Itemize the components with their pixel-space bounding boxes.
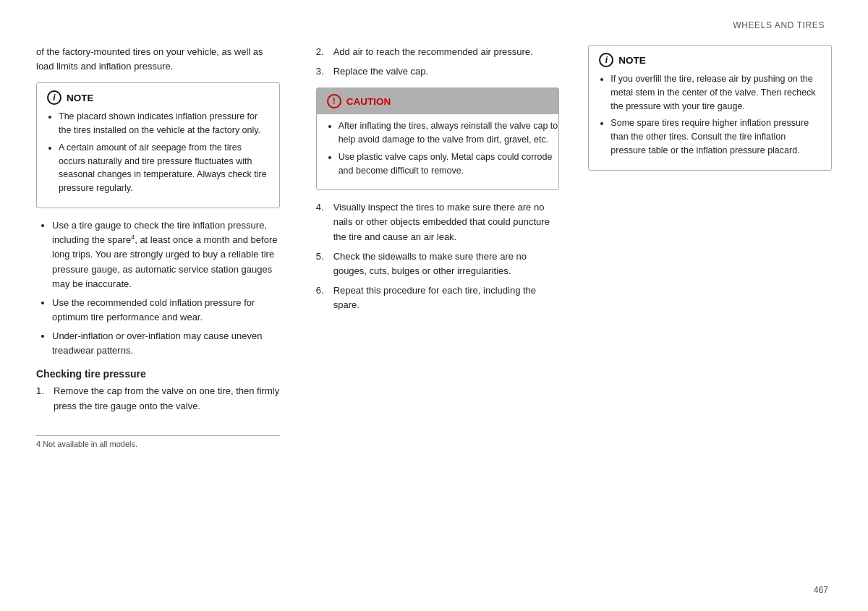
left-note-label: NOTE (67, 93, 94, 103)
step-text: Remove the cap from the valve on one tir… (54, 384, 280, 413)
info-icon-right: i (599, 53, 613, 67)
step-number: 3. (316, 64, 328, 79)
bullet-text-1a: Use a tire gauge to check the tire infla… (52, 220, 277, 289)
list-item: Some spare tires require higher inflatio… (610, 116, 821, 157)
step-number: 1. (36, 384, 48, 413)
list-item: 5. Check the sidewalls to make sure ther… (316, 249, 560, 278)
step-list-2-3: 2. Add air to reach the recommended air … (316, 45, 560, 79)
list-item: Use a tire gauge to check the tire infla… (52, 218, 280, 291)
step-list-4-6: 4. Visually inspect the tires to make su… (316, 200, 560, 312)
section-heading: Checking tire pressure (36, 368, 280, 380)
page-header: WHEELS AND TIRES (0, 0, 868, 38)
caution-label: CAUTION (346, 96, 391, 107)
right-note-header: i NOTE (599, 53, 821, 67)
section-title: WHEELS AND TIRES (733, 20, 825, 30)
list-item: 2. Add air to reach the recommended air … (316, 45, 560, 59)
right-note-label: NOTE (618, 55, 646, 66)
caution-box: ! CAUTION After inflating the tires, alw… (316, 87, 560, 190)
caution-list: After inflating the tires, always reinst… (317, 119, 559, 177)
list-item: 4. Visually inspect the tires to make su… (316, 200, 560, 244)
step-number: 5. (316, 249, 328, 278)
list-item: Under-inflation or over-inflation may ca… (52, 329, 280, 358)
step-text: Add air to reach the recommended air pre… (333, 45, 533, 59)
page: WHEELS AND TIRES of the factory-mounted … (0, 0, 868, 611)
list-item: 1. Remove the cap from the valve on one … (36, 384, 280, 413)
intro-text: of the factory-mounted tires on your veh… (36, 45, 280, 74)
left-bullet-list: Use a tire gauge to check the tire infla… (36, 218, 280, 359)
right-note-box: i NOTE If you overfill the tire, release… (588, 45, 832, 171)
left-note-header: i NOTE (47, 90, 269, 105)
footnote-area: 4 Not available in all models. (36, 435, 280, 448)
page-number: 467 (814, 585, 828, 595)
step-text: Repeat this procedure for each tire, inc… (333, 283, 560, 312)
right-column: i NOTE If you overfill the tire, release… (574, 38, 839, 448)
right-note-list: If you overfill the tire, release air by… (599, 72, 821, 158)
left-column: of the factory-mounted tires on your veh… (29, 38, 302, 448)
step-text: Replace the valve cap. (333, 64, 429, 79)
step-text: Check the sidewalls to make sure there a… (333, 249, 560, 278)
step-text: Visually inspect the tires to make sure … (333, 200, 560, 244)
list-item: The placard shown indicates inflation pr… (59, 110, 269, 137)
list-item: A certain amount of air seepage from the… (59, 141, 269, 195)
footnote-text: 4 Not available in all models. (36, 440, 280, 448)
step-number: 4. (316, 200, 328, 244)
middle-column: 2. Add air to reach the recommended air … (302, 38, 574, 448)
step-list-1: 1. Remove the cap from the valve on one … (36, 384, 280, 413)
list-item: 3. Replace the valve cap. (316, 64, 560, 79)
footnote-ref: 4 (131, 234, 135, 241)
list-item: Use the recommended cold inflation press… (52, 296, 280, 325)
content-area: of the factory-mounted tires on your veh… (0, 38, 868, 448)
info-icon: i (47, 90, 61, 105)
caution-header: ! CAUTION (317, 88, 559, 114)
left-note-box: i NOTE The placard shown indicates infla… (36, 82, 280, 208)
step-number: 2. (316, 45, 328, 59)
list-item: If you overfill the tire, release air by… (610, 72, 821, 113)
list-item: 6. Repeat this procedure for each tire, … (316, 283, 560, 312)
left-note-list: The placard shown indicates inflation pr… (47, 110, 269, 195)
list-item: Use plastic valve caps only. Metal caps … (339, 150, 559, 178)
caution-icon: ! (327, 94, 341, 108)
step-number: 6. (316, 283, 328, 312)
list-item: After inflating the tires, always reinst… (339, 119, 559, 147)
